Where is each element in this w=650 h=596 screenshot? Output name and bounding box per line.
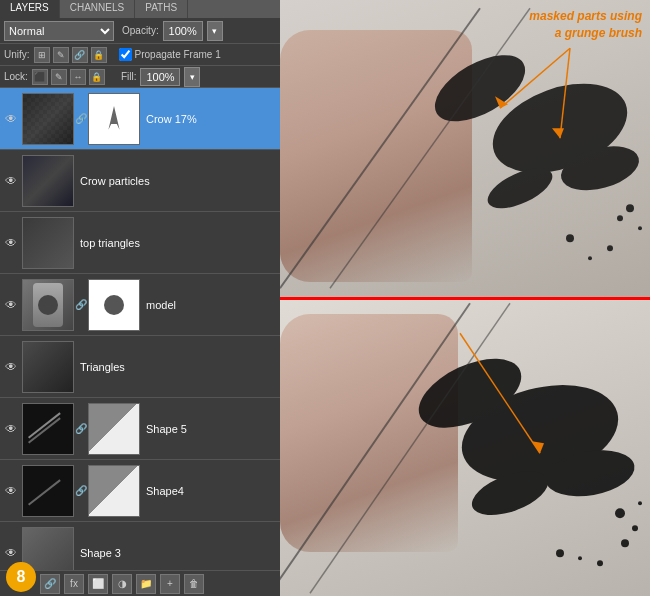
fx-button[interactable]: fx	[64, 574, 84, 594]
eye-visibility-5[interactable]: 👁	[0, 422, 22, 436]
thumb-area-1	[22, 155, 74, 207]
eye-visibility-3[interactable]: 👁	[0, 298, 22, 312]
tab-layers[interactable]: LAYERS	[0, 0, 60, 18]
eye-icon-6: 👁	[5, 484, 17, 498]
adjustment-button[interactable]: ◑	[112, 574, 132, 594]
propagate-check[interactable]: Propagate Frame 1	[119, 48, 221, 61]
layer-thumbnail-2	[22, 217, 74, 269]
layer-item[interactable]: 👁 🔗 Shape4	[0, 460, 280, 522]
thumb-area-3: 🔗	[22, 279, 140, 331]
layer-name-5: Shape 5	[140, 423, 280, 435]
layer-thumbnail-7	[22, 527, 74, 571]
layer-name-1: Crow particles	[74, 175, 280, 187]
bottom-toolbar: 8 🔗 fx ⬜ ◑ 📁 + 🗑	[0, 570, 280, 596]
canvas-area: masked parts using a grunge brush	[280, 0, 650, 596]
thumb-area-4	[22, 341, 74, 393]
lock-icons: ⬛ ✎ ↔ 🔒	[32, 69, 105, 85]
chain-icon-3: 🔗	[76, 299, 86, 310]
layer-name-4: Triangles	[74, 361, 280, 373]
layer-name-2: top triangles	[74, 237, 280, 249]
eye-icon-3: 👁	[5, 298, 17, 312]
lock-icon-4[interactable]: 🔒	[89, 69, 105, 85]
propagate-checkbox[interactable]	[119, 48, 132, 61]
eye-visibility-7[interactable]: 👁	[0, 546, 22, 560]
unify-icon-3[interactable]: 🔗	[72, 47, 88, 63]
link-layers-button[interactable]: 🔗	[40, 574, 60, 594]
layer-name-3: model	[140, 299, 280, 311]
delete-layer-button[interactable]: 🗑	[184, 574, 204, 594]
layer-item[interactable]: 👁 🔗 Crow 17%	[0, 88, 280, 150]
bottom-image-area	[280, 300, 650, 597]
lock-icon-3[interactable]: ↔	[70, 69, 86, 85]
tab-channels[interactable]: CHANNELS	[60, 0, 135, 18]
thumb-area-0: 🔗	[22, 93, 140, 145]
layer-name-0: Crow 17%	[140, 113, 280, 125]
layers-panel: LAYERS CHANNELS PATHS Normal Opacity: ▾ …	[0, 0, 280, 596]
layer-item[interactable]: 👁 🔗 Shape 5	[0, 398, 280, 460]
layer-name-6: Shape4	[140, 485, 280, 497]
layer-item[interactable]: 👁 Shape 3	[0, 522, 280, 570]
layers-list: 👁 🔗 Crow 17% 👁	[0, 88, 280, 570]
layer-thumbnail-6	[22, 465, 74, 517]
folder-button[interactable]: 📁	[136, 574, 156, 594]
eye-visibility-1[interactable]: 👁	[0, 174, 22, 188]
lock-icon-1[interactable]: ⬛	[32, 69, 48, 85]
unify-icons: ⊞ ✎ 🔗 🔒	[34, 47, 107, 63]
canvas-top: masked parts using a grunge brush	[280, 0, 650, 297]
layer-item[interactable]: 👁 Crow particles	[0, 150, 280, 212]
fill-arrow[interactable]: ▾	[184, 67, 200, 87]
lock-icon-2[interactable]: ✎	[51, 69, 67, 85]
lock-row: Lock: ⬛ ✎ ↔ 🔒 Fill: ▾	[0, 66, 280, 88]
opacity-input[interactable]	[163, 21, 203, 41]
chain-icon-5: 🔗	[76, 423, 86, 434]
opacity-label: Opacity:	[122, 25, 159, 36]
layer-thumbnail-5	[22, 403, 74, 455]
eye-visibility-2[interactable]: 👁	[0, 236, 22, 250]
eye-icon-7: 👁	[5, 546, 17, 560]
layer-item[interactable]: 👁 top triangles	[0, 212, 280, 274]
top-image-area: masked parts using a grunge brush	[280, 0, 650, 297]
panel-tabs: LAYERS CHANNELS PATHS	[0, 0, 280, 18]
opacity-arrow[interactable]: ▾	[207, 21, 223, 41]
eye-visibility-4[interactable]: 👁	[0, 360, 22, 374]
fill-input[interactable]	[140, 68, 180, 86]
chain-icon-0: 🔗	[76, 113, 86, 124]
thumb-area-7	[22, 527, 74, 571]
unify-icon-1[interactable]: ⊞	[34, 47, 50, 63]
blend-mode-row: Normal Opacity: ▾	[0, 18, 280, 44]
annotation-text: masked parts using a grunge brush	[529, 8, 642, 42]
eye-icon-2: 👁	[5, 236, 17, 250]
new-layer-button[interactable]: +	[160, 574, 180, 594]
layer-item[interactable]: 👁 Triangles	[0, 336, 280, 398]
tab-paths[interactable]: PATHS	[135, 0, 188, 18]
eye-visibility-6[interactable]: 👁	[0, 484, 22, 498]
unify-icon-2[interactable]: ✎	[53, 47, 69, 63]
eye-icon-4: 👁	[5, 360, 17, 374]
fill-label: Fill:	[121, 71, 137, 82]
badge-number: 8	[6, 562, 36, 592]
layer-thumbnail-0	[22, 93, 74, 145]
lock-label: Lock:	[4, 71, 28, 82]
layer-mask-6	[88, 465, 140, 517]
layer-item[interactable]: 👁 🔗 model	[0, 274, 280, 336]
blend-mode-select[interactable]: Normal	[4, 21, 114, 41]
thumb-area-5: 🔗	[22, 403, 140, 455]
unify-icon-4[interactable]: 🔒	[91, 47, 107, 63]
layer-mask-0	[88, 93, 140, 145]
layer-mask-3	[88, 279, 140, 331]
propagate-label: Propagate Frame 1	[135, 49, 221, 60]
canvas-bottom	[280, 300, 650, 597]
unify-row: Unify: ⊞ ✎ 🔗 🔒 Propagate Frame 1	[0, 44, 280, 66]
layer-mask-5	[88, 403, 140, 455]
eye-icon-0: 👁	[5, 112, 17, 126]
layer-thumbnail-3	[22, 279, 74, 331]
mask-button[interactable]: ⬜	[88, 574, 108, 594]
eye-icon-5: 👁	[5, 422, 17, 436]
layer-thumbnail-1	[22, 155, 74, 207]
eye-icon-1: 👁	[5, 174, 17, 188]
layer-thumbnail-4	[22, 341, 74, 393]
unify-label: Unify:	[4, 49, 30, 60]
layer-name-7: Shape 3	[74, 547, 280, 559]
thumb-area-6: 🔗	[22, 465, 140, 517]
eye-visibility-0[interactable]: 👁	[0, 112, 22, 126]
